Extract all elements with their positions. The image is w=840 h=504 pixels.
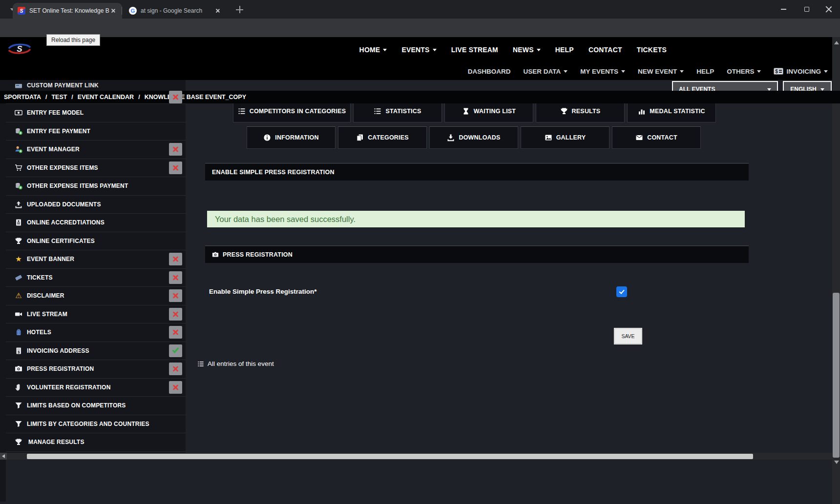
sidebar-item-partial[interactable] [6,451,186,453]
tab-categories[interactable]: CATEGORIES [338,126,427,149]
person-plus-icon [15,145,22,153]
chevron-down-icon [433,49,437,51]
coins-plus-icon [15,182,22,190]
sidebar-item-limits-by-categories-and-countries[interactable]: LIMITS BY CATEGORIES AND COUNTRIES [6,415,186,433]
nav-item-news[interactable]: NEWS [513,46,541,54]
sidebar-item-limits-based-on-competitors[interactable]: LIMITS BASED ON COMPETITORS [6,396,186,415]
nav-item-events[interactable]: EVENTS [401,46,436,54]
sidebar-item-entry-fee-payment[interactable]: ENTRY FEE PAYMENT [6,122,186,141]
remove-button[interactable] [169,91,182,103]
scroll-left-button[interactable] [0,453,7,460]
sidebar-item-other-expense-items[interactable]: OTHER EXPENSE ITEMS [6,159,186,177]
sidebar-item-invoicing-address[interactable]: $ INVOICING ADDRESS [6,342,186,360]
tab-close-icon[interactable] [214,7,222,15]
section-header-press-registration: PRESS REGISTRATION [205,246,749,263]
nav-item-tickets[interactable]: TICKETS [637,46,667,54]
info-circle-icon [263,134,271,141]
sidebar-item-online-accreditations[interactable]: ONLINE ACCREDTIATIONS [6,213,186,232]
svg-text:$: $ [776,69,778,74]
subnav-item-help[interactable]: HELP [696,68,714,75]
nav-item-help[interactable]: HELP [555,46,574,54]
subnav-item-user-data[interactable]: USER DATA [523,68,567,75]
funnel-icon [15,402,22,409]
download-icon [447,134,455,141]
breadcrumb-item[interactable]: SPORTDATA [4,94,41,101]
remove-button[interactable] [169,161,182,174]
enable-simple-press-registration-checkbox[interactable] [616,286,627,297]
sidebar-item-uploaded-documents[interactable]: UPLOADED DOCUMENTS [6,195,186,214]
event-config-sidebar: CUSTOM PAYMENT LINK ENTRY FEE MODEL ENTR… [6,80,186,453]
nav-item-contact[interactable]: CONTACT [588,46,622,54]
tab-divider [122,7,122,15]
remove-button[interactable] [169,253,182,265]
banknote-icon [15,109,22,117]
new-tab-button[interactable] [235,5,244,14]
subnav-item-my-events[interactable]: MY EVENTS [580,68,625,75]
invoice-card-icon: $ [774,68,783,75]
tab-title: SET Online Test: Knowledge Bas [29,7,109,14]
sidebar-item-hotels[interactable]: HOTELS [6,323,186,342]
remove-button[interactable] [169,363,182,375]
remove-button[interactable] [169,308,182,321]
tab-contact[interactable]: CONTACT [612,126,701,149]
browser-tab-active[interactable]: S SET Online Test: Knowledge Bas [13,3,122,19]
main-nav: HOME EVENTS LIVE STREAM NEWS HELP CONTAC… [359,37,667,62]
svg-text:S: S [17,44,22,54]
sidebar-item-event-banner[interactable]: ★ EVENT BANNER [6,250,186,268]
chevron-down-icon [757,70,761,73]
tab-title: at sign - Google Search [141,7,214,14]
nav-item-live-stream[interactable]: LIVE STREAM [451,46,498,54]
browser-tab-inactive[interactable]: G at sign - Google Search [124,3,227,19]
tab-downloads[interactable]: DOWNLOADS [429,126,518,149]
remove-button[interactable] [169,381,182,394]
sidebar-item-press-registration[interactable]: PRESS REGISTRATION [6,360,186,378]
red-x-icon [172,328,180,336]
sportdata-logo[interactable]: S [7,41,32,56]
sidebar-item-live-stream[interactable]: LIVE STREAM [6,305,186,323]
video-camera-icon [15,310,22,318]
browser-titlebar: S SET Online Test: Knowledge Bas G at si… [0,0,840,19]
red-x-icon [172,164,180,172]
sidebar-item-manage-results[interactable]: MANAGE RESULTS [6,433,186,451]
red-x-icon [172,145,180,153]
window-maximize-button[interactable] [796,0,818,19]
browser-toolbar: ← → sportdata.org/test/set-online/verans… [0,19,840,37]
check-icon [619,288,625,294]
breadcrumb: SPORTDATA / TEST / EVENT CALENDAR / KNOW… [4,94,246,101]
tab-information[interactable]: INFORMATION [247,126,336,149]
subnav-item-others[interactable]: OTHERS [727,68,761,75]
tab-gallery[interactable]: GALLERY [521,126,609,149]
scroll-left-arrow-icon [2,454,5,458]
breadcrumb-item[interactable]: TEST [51,94,67,101]
nav-item-home[interactable]: HOME [359,46,387,54]
hourglass-icon [462,107,470,115]
scroll-down-arrow-icon[interactable] [834,461,839,464]
sidebar-item-volunteer-registration[interactable]: VOLUNTEER REGISTRATION [6,378,186,397]
save-button[interactable]: SAVE [614,328,642,344]
window-close-button[interactable] [818,0,840,19]
subnav-item-dashboard[interactable]: DASHBOARD [468,68,511,75]
tab-close-icon[interactable] [109,7,117,15]
breadcrumb-item[interactable]: EVENT CALENDAR [78,94,134,101]
remove-button[interactable] [169,143,182,156]
vertical-scrollbar-thumb[interactable] [833,293,840,458]
horizontal-scrollbar-thumb[interactable] [27,454,753,459]
red-x-icon [172,255,180,263]
sidebar-item-other-expense-items-payment[interactable]: OTHER EXPENSE ITEMS PAYMENT [6,177,186,195]
remove-button[interactable] [169,271,182,284]
sidebar-item-event-manager[interactable]: EVENT MANAGER [6,140,186,159]
enabled-button[interactable] [169,344,182,357]
scroll-up-arrow-icon[interactable] [834,41,839,44]
all-entries-link[interactable]: All entries of this event [197,360,274,367]
sidebar-item-entry-fee-model[interactable]: ENTRY FEE MODEL [6,103,186,122]
sidebar-item-tickets[interactable]: TICKETS [6,268,186,287]
remove-button[interactable] [169,326,182,339]
chevron-down-icon [564,70,567,73]
subnav-item-invoicing[interactable]: $ INVOICING [774,68,828,75]
chevron-down-icon [621,70,625,73]
sidebar-item-disclaimer[interactable]: ⚠ DISCLAIMER [6,286,186,305]
subnav-item-new-event[interactable]: NEW EVENT [638,68,684,75]
sidebar-item-online-certificates[interactable]: ONLINE CERTIFICATES [6,232,186,250]
window-minimize-button[interactable] [772,0,795,19]
remove-button[interactable] [169,289,182,302]
